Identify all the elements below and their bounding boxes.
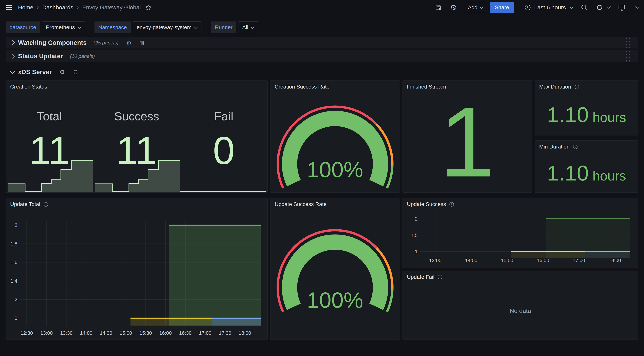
stat-total: Total 11: [6, 81, 93, 192]
topbar-actions: ⚙ Add Share Last 6 hours: [435, 2, 639, 13]
info-icon[interactable]: [438, 274, 442, 280]
stat-label: Success: [114, 110, 159, 123]
svg-text:1: 1: [14, 316, 17, 321]
stat-sparkline: [180, 158, 268, 192]
row-panel-count: (25 panels): [94, 40, 118, 46]
svg-text:18:00: 18:00: [608, 258, 621, 263]
svg-text:1.8: 1.8: [10, 241, 18, 246]
svg-text:13:00: 13:00: [40, 330, 53, 336]
topbar-collapse-chevron-icon[interactable]: [635, 5, 639, 9]
svg-text:15:00: 15:00: [501, 258, 513, 263]
stat-label: Fail: [214, 110, 234, 123]
panel-update-fail: Update Fail No data: [402, 271, 638, 340]
add-button[interactable]: Add: [464, 2, 487, 13]
stat-fail: Fail 0: [180, 81, 268, 192]
panel-creation-success-rate: Creation Success Rate 100%: [270, 80, 400, 192]
panel-update-success: Update Success 13:0014:0015:0016:0017:00…: [402, 198, 638, 268]
variable-datasource-selected: Prometheus: [46, 24, 75, 30]
svg-text:15:30: 15:30: [140, 330, 152, 336]
svg-text:1.5: 1.5: [411, 232, 418, 238]
svg-text:2: 2: [415, 216, 418, 222]
svg-text:1: 1: [415, 249, 418, 254]
info-icon[interactable]: [574, 84, 580, 90]
hamburger-menu-icon[interactable]: [5, 4, 13, 11]
info-icon[interactable]: [573, 144, 578, 150]
favorite-star-icon[interactable]: [145, 4, 152, 11]
divider: [630, 4, 631, 12]
svg-text:17:00: 17:00: [199, 330, 212, 336]
gauge-value: 100%: [270, 159, 400, 181]
panel-title-text: Update Total: [10, 201, 40, 207]
panel-title[interactable]: Update Success Rate: [270, 198, 400, 210]
panel-title-text: Update Success: [407, 201, 446, 207]
panel-title-text: Min Duration: [539, 144, 570, 150]
svg-text:13:00: 13:00: [429, 258, 442, 263]
row-title: xDS Server: [18, 68, 52, 76]
panel-title-text: Max Duration: [539, 84, 571, 90]
info-icon[interactable]: [449, 202, 454, 207]
panel-title[interactable]: Creation Success Rate: [270, 81, 400, 93]
svg-text:18:00: 18:00: [239, 330, 251, 336]
row-delete-trash-icon[interactable]: [73, 69, 78, 75]
stat-sparkline: [6, 158, 93, 192]
svg-text:15:00: 15:00: [120, 330, 132, 336]
save-dashboard-icon[interactable]: [435, 4, 442, 11]
refresh-interval-chevron-icon[interactable]: [607, 5, 611, 9]
svg-text:1.2: 1.2: [10, 297, 18, 302]
panel-creation-status: Creation Status Total 11 Success 11 Fail…: [6, 80, 268, 192]
panel-title[interactable]: Max Duration: [535, 81, 638, 93]
breadcrumb-home[interactable]: Home: [18, 4, 33, 11]
panel-title[interactable]: Min Duration: [535, 141, 638, 153]
panel-title[interactable]: Update Success: [403, 198, 638, 210]
dashboard-settings-gear-icon[interactable]: ⚙: [450, 4, 456, 11]
svg-text:14:00: 14:00: [465, 258, 478, 263]
breadcrumb-dashboards[interactable]: Dashboards: [42, 4, 74, 11]
row-title: Status Updater: [18, 52, 63, 60]
panel-update-success-rate: Update Success Rate 100%: [270, 198, 400, 340]
row-settings-gear-icon[interactable]: ⚙: [126, 40, 132, 46]
variable-datasource: datasource Prometheus: [6, 22, 85, 33]
panel-title-text: Update Success Rate: [275, 201, 326, 207]
panel-title[interactable]: Update Total: [6, 198, 268, 210]
variable-runner: Runner All: [211, 22, 258, 33]
variable-namespace-label: Namespace: [94, 22, 131, 33]
row-delete-trash-icon[interactable]: [139, 40, 145, 46]
panel-title[interactable]: Update Fail: [403, 271, 638, 283]
row-status-updater[interactable]: Status Updater (10 panels): [6, 50, 638, 62]
variable-runner-value[interactable]: All: [238, 22, 258, 33]
stat-grid: Total 11 Success 11 Fail 0: [6, 81, 268, 192]
row-xds-server[interactable]: xDS Server ⚙: [6, 67, 78, 78]
svg-text:2: 2: [14, 222, 17, 228]
stat-unit: hours: [592, 111, 626, 124]
row-title: Watching Components: [18, 39, 87, 46]
panel-title[interactable]: Finished Stream: [403, 81, 532, 93]
row-drag-handle[interactable]: [626, 38, 630, 48]
row-watching-components[interactable]: Watching Components (25 panels) ⚙: [6, 37, 638, 48]
row-settings-gear-icon[interactable]: ⚙: [60, 69, 65, 75]
svg-text:14:00: 14:00: [80, 330, 92, 336]
variable-datasource-value[interactable]: Prometheus: [42, 22, 85, 33]
breadcrumb-current: Envoy Gateway Global: [82, 4, 141, 11]
stat-value: 1.10: [547, 162, 588, 184]
add-button-label: Add: [468, 4, 478, 10]
grafana-dashboard: Home › Dashboards › Envoy Gateway Global…: [0, 0, 644, 356]
share-button[interactable]: Share: [490, 2, 514, 13]
row-drag-handle[interactable]: [626, 51, 630, 62]
panel-title[interactable]: Creation Status: [6, 81, 268, 93]
time-range-picker[interactable]: Last 6 hours: [524, 4, 573, 11]
stat-success: Success 11: [93, 81, 180, 192]
variable-namespace-selected: envoy-gateway-system: [137, 24, 192, 30]
timeseries-chart[interactable]: 12:3013:0013:3014:0014:3015:0015:3016:00…: [6, 198, 268, 339]
kiosk-monitor-icon[interactable]: [618, 4, 626, 11]
panel-title-text: Update Fail: [407, 274, 434, 280]
refresh-icon[interactable]: [596, 4, 603, 11]
zoom-out-time-icon[interactable]: [580, 4, 588, 11]
panel-update-total: Update Total 12:3013:0013:3014:0014:3015…: [6, 198, 268, 340]
info-icon[interactable]: [43, 202, 48, 207]
gauge-value: 100%: [270, 289, 400, 311]
variable-namespace-value[interactable]: envoy-gateway-system: [133, 22, 202, 33]
breadcrumb-separator: ›: [37, 4, 39, 10]
breadcrumb: Home › Dashboards › Envoy Gateway Global: [18, 4, 141, 11]
breadcrumb-separator: ›: [77, 4, 79, 10]
panel-max-duration: Max Duration 1.10 hours: [535, 80, 638, 136]
